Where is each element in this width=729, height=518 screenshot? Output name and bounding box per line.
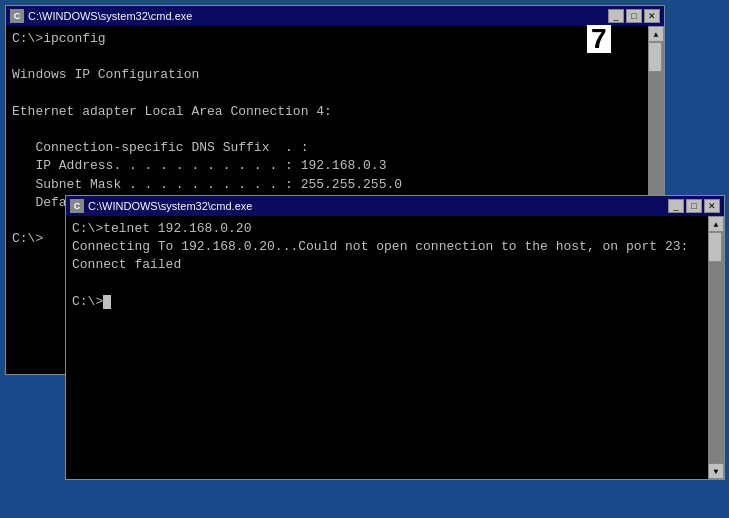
window-content-2: C:\>telnet 192.168.0.20 Connecting To 19… xyxy=(66,216,708,479)
title-bar-2: C C:\WINDOWS\system32\cmd.exe _ □ ✕ xyxy=(66,196,724,216)
title-bar-1: C C:\WINDOWS\system32\cmd.exe _ □ ✕ xyxy=(6,6,664,26)
maximize-button-1[interactable]: □ xyxy=(626,9,642,23)
scrollbar-2[interactable]: ▲ ▼ xyxy=(708,216,724,479)
cmd-icon-1: C xyxy=(10,9,24,23)
cmd-window-2[interactable]: C C:\WINDOWS\system32\cmd.exe _ □ ✕ C:\>… xyxy=(65,195,725,480)
scroll-down-2[interactable]: ▼ xyxy=(708,463,724,479)
window-title-1: C:\WINDOWS\system32\cmd.exe xyxy=(28,10,192,22)
window-title-2: C:\WINDOWS\system32\cmd.exe xyxy=(88,200,252,212)
close-button-2[interactable]: ✕ xyxy=(704,199,720,213)
title-bar-buttons-1: _ □ ✕ xyxy=(608,9,660,23)
scroll-up-2[interactable]: ▲ xyxy=(708,216,724,232)
minimize-button-1[interactable]: _ xyxy=(608,9,624,23)
cmd-icon-2: C xyxy=(70,199,84,213)
scroll-up-1[interactable]: ▲ xyxy=(648,26,664,42)
scroll-thumb-1[interactable] xyxy=(648,42,662,72)
cmd-output-2: C:\>telnet 192.168.0.20 Connecting To 19… xyxy=(72,220,702,311)
scroll-thumb-2[interactable] xyxy=(708,232,722,262)
title-bar-left-2: C C:\WINDOWS\system32\cmd.exe xyxy=(70,199,252,213)
title-bar-left-1: C C:\WINDOWS\system32\cmd.exe xyxy=(10,9,192,23)
minimize-button-2[interactable]: _ xyxy=(668,199,684,213)
title-bar-buttons-2: _ □ ✕ xyxy=(668,199,720,213)
maximize-button-2[interactable]: □ xyxy=(686,199,702,213)
window-body-2: C:\>telnet 192.168.0.20 Connecting To 19… xyxy=(66,216,724,479)
close-button-1[interactable]: ✕ xyxy=(644,9,660,23)
scroll-track-2 xyxy=(708,232,724,463)
cursor xyxy=(103,295,111,309)
